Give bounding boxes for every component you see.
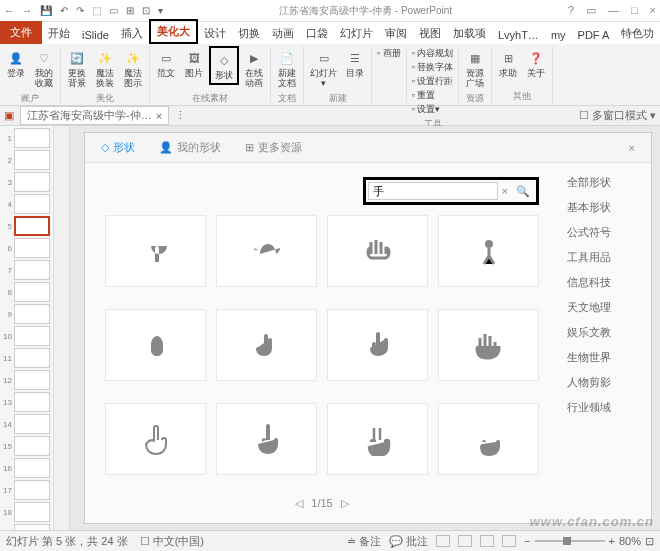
slide-thumb[interactable]: 6 — [2, 238, 51, 258]
shape-item[interactable] — [438, 215, 539, 287]
ribbon-tab-13[interactable]: LvyhT… — [492, 26, 545, 44]
ribbon-tab-10[interactable]: 审阅 — [379, 23, 413, 44]
shape-item[interactable] — [105, 309, 206, 381]
slide-thumb[interactable]: 17 — [2, 480, 51, 500]
ribbon-tab-9[interactable]: 幻灯片 — [334, 23, 379, 44]
slide-thumb[interactable]: 16 — [2, 458, 51, 478]
normal-view-icon[interactable] — [436, 535, 450, 547]
slide-thumb[interactable]: 8 — [2, 282, 51, 302]
lang-indicator[interactable]: ☐ 中文(中国) — [140, 534, 204, 549]
category-item[interactable]: 天文地理 — [567, 300, 643, 315]
status-bar: 幻灯片 第 5 张，共 24 张 ☐ 中文(中国) ≐ 备注 💬 批注 −+ 8… — [0, 530, 660, 551]
multi-window-mode[interactable]: ☐ 多窗口模式 ▾ — [579, 108, 656, 123]
comments-button[interactable]: 💬 批注 — [389, 534, 428, 549]
slide-thumb[interactable]: 15 — [2, 436, 51, 456]
ribbon-btn[interactable]: ▦资源广场 — [462, 46, 488, 91]
ribbon-tab-7[interactable]: 动画 — [266, 23, 300, 44]
category-item[interactable]: 基本形状 — [567, 200, 643, 215]
sorter-view-icon[interactable] — [458, 535, 472, 547]
next-page-icon: ▷ — [341, 497, 349, 510]
ribbon-tab-1[interactable]: 开始 — [42, 23, 76, 44]
ribbon-btn[interactable]: ♡我的收藏 — [31, 46, 57, 91]
slide-thumb[interactable]: 18 — [2, 502, 51, 522]
ribbon-tab-15[interactable]: PDF A — [572, 26, 616, 44]
shape-item[interactable] — [216, 403, 317, 475]
slide-thumb[interactable]: 3 — [2, 172, 51, 192]
shape-item[interactable] — [327, 309, 428, 381]
panel-tab[interactable]: ◇形状 — [101, 140, 135, 155]
category-item[interactable]: 娱乐文教 — [567, 325, 643, 340]
panel-tab[interactable]: 👤我的形状 — [159, 140, 221, 155]
ribbon-btn[interactable]: 📄新建文档 — [274, 46, 300, 91]
ribbon-tab-8[interactable]: 口袋 — [300, 23, 334, 44]
panel-close-icon[interactable]: × — [629, 142, 635, 154]
ribbon-tab-3[interactable]: 插入 — [115, 23, 149, 44]
ribbon-btn[interactable]: ◇形状 — [209, 46, 239, 85]
ribbon-tab-4[interactable]: 美化大 — [149, 19, 198, 44]
slide-thumb[interactable]: 4 — [2, 194, 51, 214]
ribbon-btn[interactable]: ☰目录 — [342, 46, 368, 81]
shape-item[interactable] — [438, 309, 539, 381]
category-item[interactable]: 生物世界 — [567, 350, 643, 365]
panel-tab[interactable]: ⊞更多资源 — [245, 140, 302, 155]
ribbon-btn[interactable]: ❓关于 — [523, 46, 549, 81]
shape-item[interactable] — [327, 403, 428, 475]
category-list: 全部形状基本形状公式符号工具用品信息科技天文地理娱乐文教生物世界人物剪影行业领域 — [559, 163, 651, 523]
slide-thumb[interactable]: 14 — [2, 414, 51, 434]
shape-item[interactable] — [216, 309, 317, 381]
search-icon[interactable]: 🔍 — [512, 185, 534, 198]
ribbon-btn[interactable]: ▭幻灯片▾ — [307, 46, 340, 91]
ribbon-tab-2[interactable]: iSlide — [76, 26, 115, 44]
slide-thumb[interactable]: 11 — [2, 348, 51, 368]
category-item[interactable]: 全部形状 — [567, 175, 643, 190]
category-item[interactable]: 行业领域 — [567, 400, 643, 415]
shape-item[interactable] — [327, 215, 428, 287]
ribbon-btn[interactable]: ✨魔法图示 — [120, 46, 146, 91]
slide-thumb[interactable]: 7 — [2, 260, 51, 280]
ribbon-tab-11[interactable]: 视图 — [413, 23, 447, 44]
search-input[interactable] — [368, 182, 498, 200]
ribbon-btn[interactable]: ✨魔法换装 — [92, 46, 118, 91]
category-item[interactable]: 信息科技 — [567, 275, 643, 290]
slide-thumb[interactable]: 10 — [2, 326, 51, 346]
ribbon-btn[interactable]: ▶在线动画 — [241, 46, 267, 91]
slide-thumb[interactable]: 5 — [2, 216, 51, 236]
tab-menu-icon[interactable]: ⋮ — [175, 109, 186, 122]
ribbon-btn[interactable]: ⊞求助 — [495, 46, 521, 81]
reading-view-icon[interactable] — [480, 535, 494, 547]
slide-thumb[interactable]: 13 — [2, 392, 51, 412]
window-controls[interactable]: ?▭— □× — [568, 4, 656, 17]
ribbon-tab-6[interactable]: 切换 — [232, 23, 266, 44]
category-item[interactable]: 公式符号 — [567, 225, 643, 240]
category-item[interactable]: 工具用品 — [567, 250, 643, 265]
slide-thumb[interactable]: 9 — [2, 304, 51, 324]
ribbon-btn[interactable]: 🔄更换背景 — [64, 46, 90, 91]
document-tab[interactable]: 江苏省海安高级中学-仲…× — [20, 106, 169, 125]
qat-fwd-icon: → — [22, 5, 32, 16]
ribbon-tab-16[interactable]: 特色功 — [615, 23, 660, 44]
qat-redo-icon: ↷ — [76, 5, 84, 16]
slide-thumb[interactable]: 2 — [2, 150, 51, 170]
slideshow-view-icon[interactable] — [502, 535, 516, 547]
clear-icon[interactable]: × — [498, 185, 512, 197]
shape-item[interactable] — [438, 403, 539, 475]
ribbon-tab-14[interactable]: my — [545, 26, 572, 44]
ribbon-btn[interactable]: 🖼图片 — [181, 46, 207, 81]
quick-access-toolbar[interactable]: ←→ 💾↶ ↷⬚▭⊞⊡▾ — [4, 5, 163, 16]
shape-item[interactable] — [105, 403, 206, 475]
shapes-panel: ◇形状👤我的形状⊞更多资源× × 🔍 ◁ 1/15 ▷ — [84, 132, 652, 524]
category-item[interactable]: 人物剪影 — [567, 375, 643, 390]
notes-button[interactable]: ≐ 备注 — [347, 534, 381, 549]
shape-item[interactable] — [216, 215, 317, 287]
slide-thumbnails[interactable]: 1234567891011121314151617181920 — [0, 126, 54, 530]
ribbon-tab-12[interactable]: 加载项 — [447, 23, 492, 44]
slide-thumb[interactable]: 1 — [2, 128, 51, 148]
ribbon-btn[interactable]: 👤登录 — [3, 46, 29, 81]
ribbon-tab-5[interactable]: 设计 — [198, 23, 232, 44]
ribbon-tab-0[interactable]: 文件 — [0, 21, 42, 44]
zoom-control[interactable]: −+ 80%⊡ — [524, 535, 654, 548]
ribbon-btn[interactable]: ▭范文 — [153, 46, 179, 81]
slide-thumb[interactable]: 12 — [2, 370, 51, 390]
pager[interactable]: ◁ 1/15 ▷ — [93, 491, 551, 515]
shape-item[interactable] — [105, 215, 206, 287]
